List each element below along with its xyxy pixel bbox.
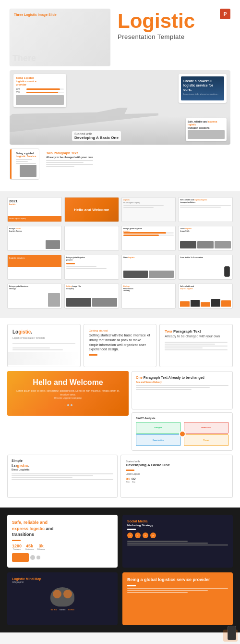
being-global-dark-slide[interactable]: Being a global logistics service provide… <box>122 572 233 625</box>
one-para-title: One Paragraph Text Already to be changed <box>136 375 228 380</box>
hello-welcome-large[interactable]: Hello and Welcome Lorem ipsum dolor sit … <box>7 371 129 451</box>
getting-started-slide[interactable]: Getting started Getting started with the… <box>84 324 157 367</box>
logistic-large-slide[interactable]: Logistic. Logistic Presentation Template <box>7 324 81 367</box>
sl1 <box>180 205 231 206</box>
three-logistic-title: Three LogisticImage Slide <box>180 228 231 232</box>
social-accent <box>127 529 136 530</box>
lorem-logistic: Lorem Logistic <box>126 473 228 475</box>
stat-num-1200: 1200 <box>12 544 22 548</box>
thumb-crane[interactable]: Create a powerful logistic service for o… <box>64 226 119 251</box>
global-dark-lines <box>127 588 228 593</box>
create-powerful-text: Create a powerful logistic service for o… <box>183 79 222 92</box>
swot-slide[interactable]: SWOT Analysis Strengths Weaknesses Oppor… <box>132 412 233 451</box>
thumb-global-service[interactable]: Being a GlobalLogistic Service <box>7 226 62 251</box>
line1 <box>16 159 32 160</box>
social-media-slide[interactable]: Social Media Marketing Strategy f t in y… <box>122 515 233 568</box>
person-img <box>20 165 36 177</box>
mindmap-branches: Text Here Text Here Text Here <box>12 609 113 611</box>
wheel-1 <box>30 555 35 560</box>
person-thumb-img <box>46 240 60 249</box>
top-slide-preview[interactable]: Three Logistic Image Slide There <box>10 9 110 66</box>
thumb-three2[interactable]: Three Logistic <box>121 255 176 280</box>
thumb-bglp[interactable]: Being a global logisticsprovider <box>64 255 119 280</box>
thumb-delivery-person[interactable]: Logistic services <box>7 255 62 280</box>
logistic-orange-thumb: Logistic <box>9 203 15 205</box>
swot-slide-title: SWOT Analysis <box>136 417 228 420</box>
thumb-logistic-dark[interactable]: Logistic. We Are Logistic Company <box>121 197 176 222</box>
one-orange: One <box>136 376 143 379</box>
opl1 <box>136 385 228 386</box>
best-logistic: Best Logistic <box>12 468 113 471</box>
delivery-image <box>16 95 64 105</box>
slide-label-orange: Three <box>14 13 23 16</box>
progress-row-1: 90% <box>16 88 64 90</box>
brain-graphic <box>12 587 113 607</box>
simple-lines <box>12 473 113 480</box>
slide-label-orange2: Logistic <box>24 13 37 16</box>
bar3 <box>201 302 210 307</box>
safe-reliable-mini: Safe, reliable and express logistictrans… <box>186 118 227 141</box>
mockup-title-thumb: Mockup PresentationDelivery <box>123 285 174 292</box>
stat-item-1: 01 Step <box>126 477 130 483</box>
thumb-hello[interactable]: Hello and Welcome <box>64 197 119 222</box>
stat-num-45k: 45k <box>25 544 34 548</box>
brain-shape <box>50 587 74 607</box>
thumb-three-logistic[interactable]: Three LogisticImage Slide <box>178 226 233 251</box>
hero-row: Three Logistic Image Slide There Logisti… <box>10 9 230 66</box>
bglpl1 <box>66 266 96 267</box>
tpll1 <box>165 342 228 343</box>
gdl3 <box>127 592 188 593</box>
started-developing-slide[interactable]: Started with Developing A Basic One Lore… <box>120 455 233 498</box>
logistic-large-title: Logistic. <box>12 329 75 334</box>
thumb-being-global-2[interactable]: Being a global logisticsprovider <box>121 226 176 251</box>
three2-images <box>123 271 174 278</box>
crane-slide: Create a powerful logistic service for o… <box>179 74 227 103</box>
bar4 <box>211 299 221 307</box>
orange-stripe <box>10 149 12 179</box>
mindmap-slide[interactable]: Logistic Mind Map Infographic Text Here … <box>7 572 118 625</box>
stat-num-2: 02 <box>132 477 136 481</box>
global-dark-accent <box>127 585 136 586</box>
hello-large-inner: Hello and Welcome Lorem ipsum dolor sit … <box>7 371 129 416</box>
getting-started-accent <box>89 354 97 356</box>
being-global-content: Being a globalLogistic Service <box>13 152 36 164</box>
threats-quadrant: Threats <box>184 434 228 446</box>
thumb-safe-reliable[interactable]: Safe, reliable andexpress logistic <box>178 284 233 309</box>
thumb-safe[interactable]: Safe, reliable and express logistictrans… <box>178 197 233 222</box>
logistic-lines <box>12 347 75 350</box>
bar1 <box>180 301 190 307</box>
simple-logistic-slide[interactable]: Simple Logistic. Best Logistic <box>7 455 118 498</box>
brain-left <box>53 590 61 598</box>
dot2 <box>67 404 69 406</box>
slides-row-4: Being a global businessstrategy Gallery … <box>7 284 233 309</box>
lcl1 <box>123 205 164 206</box>
mindmap-orange: Mind Map <box>26 577 41 581</box>
slide-inner: Three Logistic Image Slide There <box>10 9 110 66</box>
safe-reliable-large[interactable]: Safe, reliable and express logistic andt… <box>7 515 118 568</box>
stat-label-customers: Customers <box>25 548 34 550</box>
developing-accent <box>126 470 134 471</box>
thumb-mobile[interactable]: From Mobile To Presentation <box>178 255 233 280</box>
one-para-slide[interactable]: One Paragraph Text Already to be changed… <box>132 371 233 409</box>
two-label: Two <box>46 151 52 155</box>
global-service-title: Being a GlobalLogistic Service <box>9 228 60 232</box>
top-section: Three Logistic Image Slide There Logisti… <box>0 0 240 191</box>
phone-thumb <box>224 266 230 277</box>
social-icon-4: yt <box>150 533 156 538</box>
logistic-content-lines <box>123 205 174 208</box>
two-large-span: Two <box>165 329 172 334</box>
logistic-large-sub: Logistic Presentation Template <box>12 336 75 339</box>
thumb-mockup[interactable]: Mockup PresentationDelivery <box>121 284 176 309</box>
hero-main-title: Logistic <box>118 11 220 31</box>
safe-reliable-mini-text: Safe, reliable and express logistictrans… <box>188 120 225 130</box>
stat-item-2: 02 Step <box>132 477 136 483</box>
three-images-thumb <box>180 241 231 248</box>
opl3 <box>136 389 192 390</box>
express-logistic-text: express logistic <box>12 526 45 531</box>
slides-row-3: Logistic services Being a global logisti… <box>7 255 233 280</box>
thumb-gallery[interactable]: Gallery Image FilmCompany <box>64 284 119 309</box>
slides-row-1: 2021 Logistic We Are Logistic Company He… <box>7 197 233 222</box>
thumb-bg-biz[interactable]: Being a global businessstrategy <box>7 284 62 309</box>
two-para-large-slide[interactable]: Two Paragraph Text Already to be changed… <box>159 324 233 367</box>
thumb-2021[interactable]: 2021 Logistic We Are Logistic Company <box>7 197 62 222</box>
